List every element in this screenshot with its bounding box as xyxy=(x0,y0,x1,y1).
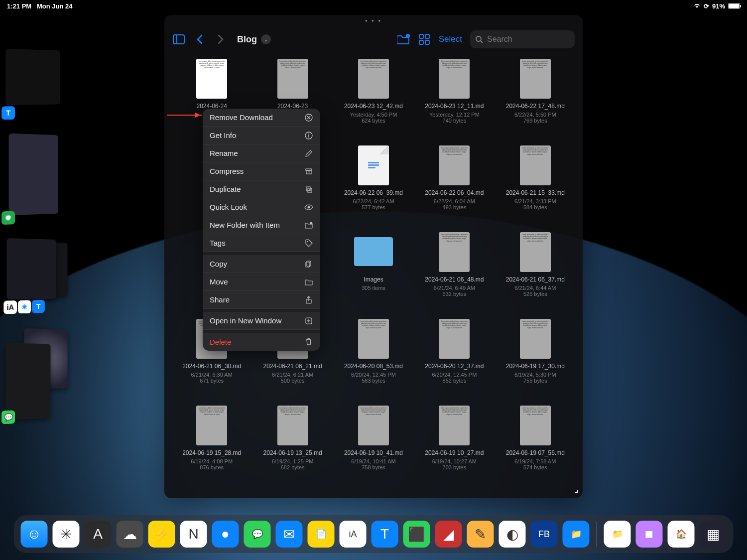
file-size: 703 bytes xyxy=(443,464,467,470)
file-item[interactable]: Lorem ipsum dolor sit amet consectetur a… xyxy=(497,406,574,483)
file-item[interactable]: Lorem ipsum dolor sit amet consectetur a… xyxy=(416,232,493,310)
sidebar-toggle-icon[interactable] xyxy=(172,33,185,45)
file-size: 532 bytes xyxy=(443,291,467,297)
file-thumbnail: Lorem ipsum dolor sit amet consectetur a… xyxy=(277,406,308,445)
wifi-icon xyxy=(693,2,701,10)
file-size: 624 bytes xyxy=(362,118,385,124)
dock-app-mail[interactable]: ✉ xyxy=(276,521,303,548)
stage-group-1[interactable]: T xyxy=(3,49,77,116)
file-name: 2024-06-19 13_25.md xyxy=(263,449,322,457)
menu-item-compress[interactable]: Compress xyxy=(203,162,320,180)
dock-app-fb[interactable]: FB xyxy=(531,521,558,548)
file-item[interactable]: Lorem ipsum dolor sit amet consectetur a… xyxy=(254,406,331,483)
file-size: 769 bytes xyxy=(523,118,547,124)
menu-item-delete[interactable]: Delete xyxy=(203,333,320,351)
search-field[interactable] xyxy=(470,30,575,48)
file-size: 682 bytes xyxy=(281,464,305,470)
menu-item-open-in-new-window[interactable]: Open in New Window xyxy=(203,312,320,330)
menu-item-get-info[interactable]: Get Info xyxy=(203,127,320,144)
menu-item-label: Share xyxy=(210,295,230,304)
file-item[interactable]: Lorem ipsum dolor sit amet consectetur a… xyxy=(335,319,412,397)
trash-icon xyxy=(304,337,313,346)
dock-app-copilot[interactable]: ◐ xyxy=(499,521,526,548)
file-item[interactable]: Lorem ipsum dolor sit amet consectetur a… xyxy=(416,145,493,223)
dock-app-news[interactable]: N xyxy=(180,521,207,548)
dock-app-bolt[interactable]: ⚡ xyxy=(148,521,175,548)
nav-back-icon[interactable] xyxy=(193,33,206,45)
duplicate-icon xyxy=(304,185,313,194)
menu-item-new-folder-with-item[interactable]: New Folder with Item xyxy=(203,216,320,234)
dock-app-numbers[interactable]: ⬛ xyxy=(403,521,430,548)
file-item[interactable]: Lorem ipsum dolor sit amet consectetur a… xyxy=(416,319,493,397)
file-date: 6/21/24, 6:30 AM xyxy=(191,372,233,378)
file-item[interactable]: Lorem ipsum dolor sit amet consectetur a… xyxy=(497,319,574,397)
file-thumbnail: Lorem ipsum dolor sit amet consectetur a… xyxy=(520,232,551,272)
menu-item-rename[interactable]: Rename xyxy=(203,144,320,162)
dock-app-messages[interactable]: 💬 xyxy=(244,521,271,548)
menu-item-quick-look[interactable]: Quick Look xyxy=(203,198,320,216)
menu-item-copy[interactable]: Copy xyxy=(203,255,320,273)
file-item[interactable]: Lorem ipsum dolor sit amet consectetur a… xyxy=(335,406,412,483)
menu-item-tags[interactable]: Tags xyxy=(203,234,320,252)
breadcrumb-title[interactable]: Blog xyxy=(237,34,257,45)
dock-app-chat[interactable]: ● xyxy=(212,521,239,548)
select-button[interactable]: Select xyxy=(439,34,462,44)
dock-app-files2[interactable]: 📁 xyxy=(604,521,631,548)
menu-item-duplicate[interactable]: Duplicate xyxy=(203,180,320,198)
dock-app-icloud[interactable]: ☁ xyxy=(117,521,143,548)
file-thumbnail: Lorem ipsum dolor sit amet consectetur a… xyxy=(520,406,551,445)
file-item[interactable]: Lorem ipsum dolor sit amet consectetur a… xyxy=(416,59,493,137)
menu-item-label: Compress xyxy=(210,167,244,175)
file-name: 2024-06-23 12_42.md xyxy=(344,103,403,111)
share-icon xyxy=(304,295,313,304)
file-item[interactable]: Lorem ipsum dolor sit amet consectetur a… xyxy=(173,406,250,483)
status-time: 1:21 PM xyxy=(7,2,31,10)
stage-group-4[interactable]: 💬 xyxy=(3,327,77,420)
file-size: 758 bytes xyxy=(362,464,385,470)
dock-app-purple[interactable]: ■ xyxy=(636,521,663,548)
toolbar: Blog ⌄ Select xyxy=(164,24,583,55)
dock-app-notes[interactable]: 📄 xyxy=(308,521,335,548)
search-input[interactable] xyxy=(487,35,583,44)
breadcrumb-chevron-icon[interactable]: ⌄ xyxy=(261,34,271,44)
file-item[interactable]: Lorem ipsum dolor sit amet consectetur a… xyxy=(497,145,574,223)
menu-item-share[interactable]: Share xyxy=(203,291,320,309)
stage-group-3[interactable]: iA ✳ T xyxy=(3,238,77,310)
file-date: 6/21/24, 6:21 AM xyxy=(272,372,313,378)
dock-app-shortcuts[interactable]: ▦ xyxy=(700,521,727,548)
file-item[interactable]: 2024-06-22 06_39.md6/22/24, 6:42 AM577 b… xyxy=(335,145,412,223)
file-size: 525 bytes xyxy=(523,291,547,297)
file-item[interactable]: Lorem ipsum dolor sit amet consectetur a… xyxy=(416,406,493,483)
dock-app-files[interactable]: 📁 xyxy=(563,521,590,548)
dock-app-fonts[interactable]: A xyxy=(85,521,112,548)
dock-app-affinity[interactable]: ◢ xyxy=(435,521,462,548)
file-item[interactable]: Lorem ipsum dolor sit amet consectetur a… xyxy=(335,59,412,137)
file-item[interactable]: Lorem ipsum dolor sit amet consectetur a… xyxy=(497,232,574,310)
dock-app-home[interactable]: 🏠 xyxy=(668,521,695,548)
resize-handle-icon[interactable]: ⌟ xyxy=(575,485,579,494)
dock-app-safari[interactable]: ✳ xyxy=(53,521,80,548)
stage-manager-strip: T ✹ iA ✳ T 💬 xyxy=(4,50,79,419)
svg-line-8 xyxy=(481,41,483,43)
new-folder-icon[interactable] xyxy=(397,33,410,45)
file-name: 2024-06-21 06_30.md xyxy=(182,363,241,371)
file-thumbnail: Lorem ipsum dolor sit amet consectetur a… xyxy=(358,59,389,99)
file-item[interactable]: Images305 items xyxy=(335,232,412,310)
file-name: 2024-06-22 06_39.md xyxy=(344,189,403,197)
svg-rect-3 xyxy=(419,34,423,38)
view-mode-icon[interactable] xyxy=(418,33,431,45)
window-grabber-icon[interactable]: ● ● ● xyxy=(365,18,382,23)
svg-rect-4 xyxy=(425,34,429,38)
dock-app-finder[interactable]: ☺ xyxy=(21,521,48,548)
menu-item-move[interactable]: Move xyxy=(203,273,320,291)
dock-app-text[interactable]: T xyxy=(372,521,398,548)
file-date: 6/22/24, 6:04 AM xyxy=(434,198,475,204)
file-size: 852 bytes xyxy=(443,378,467,384)
file-item[interactable]: Lorem ipsum dolor sit amet consectetur a… xyxy=(497,59,574,137)
dock-app-iawriter[interactable]: iA xyxy=(340,521,367,548)
status-bar: 1:21 PM Mon Jun 24 ⟳ 91% xyxy=(0,0,747,12)
menu-item-remove-download[interactable]: Remove Download xyxy=(203,109,320,127)
stage-group-2[interactable]: ✹ xyxy=(3,133,77,220)
dock-app-highlighter[interactable]: ✎ xyxy=(467,521,494,548)
file-name: 2024-06-19 17_30.md xyxy=(506,363,565,371)
